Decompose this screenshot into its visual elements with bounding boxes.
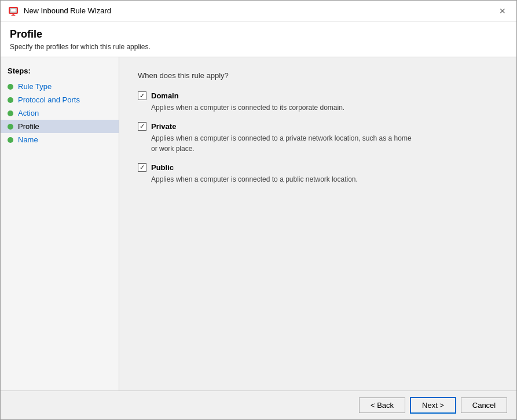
options-group: Domain Applies when a computer is connec… <box>138 91 498 185</box>
sidebar-item-action[interactable]: Action <box>1 106 119 120</box>
step-label-protocol-ports: Protocol and Ports <box>18 95 80 104</box>
cancel-button[interactable]: Cancel <box>461 397 507 413</box>
checkbox-domain[interactable] <box>138 91 146 100</box>
step-label-rule-type: Rule Type <box>18 82 52 91</box>
option-header-private: Private <box>138 122 498 131</box>
step-dot-profile <box>8 124 13 130</box>
option-item-domain: Domain Applies when a computer is connec… <box>138 91 498 113</box>
option-title-public: Public <box>151 163 174 172</box>
title-bar: New Inbound Rule Wizard ✕ <box>1 1 516 21</box>
option-desc-private: Applies when a computer is connected to … <box>138 133 498 154</box>
step-label-profile: Profile <box>18 122 39 131</box>
main-panel: When does this rule apply? Domain Applie… <box>119 57 516 390</box>
app-icon <box>8 5 19 17</box>
page-subtitle: Specify the profiles for which this rule… <box>10 43 507 51</box>
main-question: When does this rule apply? <box>138 71 498 80</box>
option-item-public: Public Applies when a computer is connec… <box>138 163 498 185</box>
option-header-domain: Domain <box>138 91 498 100</box>
svg-marker-3 <box>11 14 16 16</box>
step-label-name: Name <box>18 135 38 144</box>
step-dot-rule-type <box>8 84 13 90</box>
step-dot-name <box>8 137 13 143</box>
footer: < Back Next > Cancel <box>1 390 516 419</box>
step-dot-action <box>8 110 13 116</box>
wizard-window: New Inbound Rule Wizard ✕ Profile Specif… <box>0 0 517 420</box>
sidebar: Steps: Rule Type Protocol and Ports Acti… <box>1 57 119 390</box>
option-item-private: Private Applies when a computer is conne… <box>138 122 498 154</box>
option-desc-public: Applies when a computer is connected to … <box>138 174 498 185</box>
svg-rect-2 <box>11 9 16 12</box>
checkbox-public[interactable] <box>138 163 146 172</box>
page-header: Profile Specify the profiles for which t… <box>1 21 516 57</box>
sidebar-item-profile[interactable]: Profile <box>1 120 119 133</box>
steps-label: Steps: <box>1 67 119 80</box>
checkbox-private[interactable] <box>138 122 146 131</box>
sidebar-item-protocol-ports[interactable]: Protocol and Ports <box>1 93 119 106</box>
step-label-action: Action <box>18 109 39 117</box>
window-title: New Inbound Rule Wizard <box>24 6 111 15</box>
option-title-private: Private <box>151 122 176 131</box>
close-button[interactable]: ✕ <box>496 4 509 18</box>
sidebar-item-name[interactable]: Name <box>1 133 119 146</box>
option-header-public: Public <box>138 163 498 172</box>
title-bar-left: New Inbound Rule Wizard <box>8 5 111 17</box>
next-button[interactable]: Next > <box>410 397 456 414</box>
option-desc-domain: Applies when a computer is connected to … <box>138 102 498 113</box>
content-area: Steps: Rule Type Protocol and Ports Acti… <box>1 57 516 390</box>
page-title: Profile <box>10 28 507 40</box>
back-button[interactable]: < Back <box>359 397 405 413</box>
option-title-domain: Domain <box>151 91 179 100</box>
sidebar-item-rule-type[interactable]: Rule Type <box>1 80 119 93</box>
step-dot-protocol-ports <box>8 97 13 103</box>
